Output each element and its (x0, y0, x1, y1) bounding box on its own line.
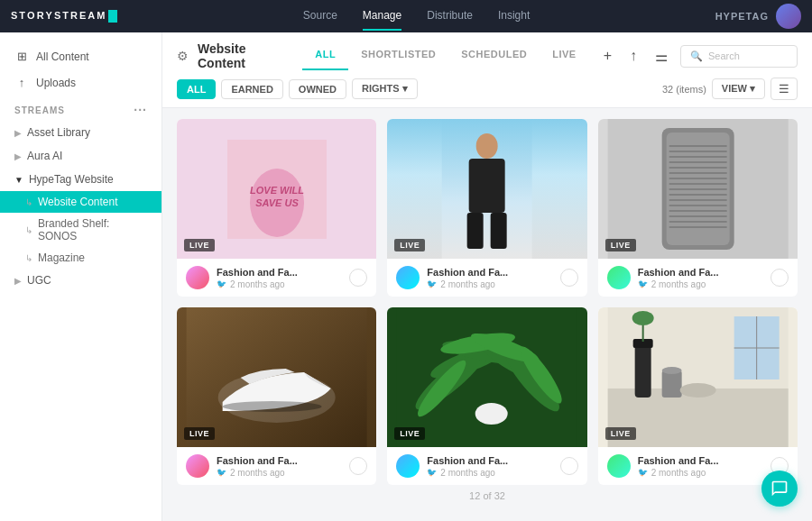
sidebar-asset-library-label: Asset Library (27, 126, 90, 139)
grid-card-4[interactable]: LIVE Fashion and Fa... 🐦 2 months ago (177, 307, 376, 485)
chat-icon (770, 480, 789, 498)
filter-owned-button[interactable]: OWNED (289, 79, 346, 99)
arrow-down-icon: ▼ (14, 175, 23, 185)
card-thumbnail-6 (598, 307, 798, 447)
arrow-icon: ▶ (14, 128, 22, 138)
nav-insight[interactable]: Insight (498, 2, 530, 31)
card-avatar-3 (607, 266, 631, 289)
card-thumbnail-1: LOVE WILL SAVE US (177, 119, 376, 259)
filter-all-button[interactable]: ALL (177, 79, 216, 99)
sidebar-item-all-content[interactable]: ⊞ All Content (0, 43, 161, 69)
tab-scheduled[interactable]: SCHEDULED (448, 41, 540, 70)
sidebar-branded-shelf-label: Branded Shelf: SONOS (38, 217, 147, 242)
card-info-1: Fashion and Fa... 🐦 2 months ago (217, 267, 342, 289)
settings-icon: ⚙ (177, 49, 189, 63)
collapse-button[interactable]: ☰ (770, 78, 798, 100)
link-icon: ↳ (25, 253, 32, 263)
streams-options[interactable]: ··· (134, 103, 147, 117)
grid-icon: ⊞ (14, 50, 29, 63)
card-avatar-6 (607, 454, 631, 478)
pagination-label: 12 of 32 (469, 490, 505, 501)
nav-source[interactable]: Source (303, 2, 337, 31)
card-time-6: 2 months ago (651, 468, 706, 478)
card-time-1: 2 months ago (230, 279, 285, 289)
card-sub-4: 🐦 2 months ago (217, 468, 342, 478)
tab-shortlisted[interactable]: SHORTLISTED (348, 41, 448, 70)
account-label: HYPETAG (715, 11, 769, 22)
chat-bubble-button[interactable] (761, 471, 798, 507)
svg-rect-51 (661, 370, 681, 398)
sidebar-item-asset-library[interactable]: ▶ Asset Library (0, 121, 161, 144)
filter-bar: ALL EARNED OWNED RIGHTS ▾ 32 (items) VIE… (177, 70, 798, 107)
grid-card-6[interactable]: LIVE Fashion and Fa... 🐦 2 months ago (598, 307, 798, 485)
tab-all[interactable]: ALL (302, 41, 348, 70)
card-title-2: Fashion and Fa... (427, 267, 552, 278)
twitter-icon-5: 🐦 (427, 468, 437, 477)
card-thumbnail-5 (387, 307, 586, 447)
nav-manage[interactable]: Manage (363, 2, 401, 31)
sidebar-item-ugc[interactable]: ▶ UGC (0, 269, 161, 292)
card-meta-5: Fashion and Fa... 🐦 2 months ago (387, 447, 586, 485)
card-meta-2: Fashion and Fa... 🐦 2 months ago (387, 259, 586, 297)
add-content-button[interactable]: + (598, 44, 617, 68)
nav-distribute[interactable]: Distribute (427, 2, 473, 31)
header-actions: + ↑ ⚌ 🔍 Search (598, 44, 798, 69)
sidebar-item-branded-shelf[interactable]: ↳ Branded Shelf: SONOS (0, 213, 161, 247)
card-image-5: LIVE (387, 307, 586, 447)
svg-point-53 (679, 383, 715, 398)
header-tabs: ALL SHORTLISTED SCHEDULED LIVE (302, 41, 588, 70)
live-badge-6: LIVE (605, 427, 636, 440)
filter-rights-button[interactable]: RIGHTS ▾ (352, 78, 418, 99)
card-thumbnail-3 (598, 119, 798, 259)
card-image-4: LIVE (177, 307, 376, 447)
card-info-6: Fashion and Fa... 🐦 2 months ago (638, 455, 763, 478)
card-checkbox-1[interactable] (349, 269, 367, 287)
card-time-3: 2 months ago (651, 279, 706, 289)
search-input[interactable]: 🔍 Search (680, 45, 798, 68)
upload-icon: ↑ (14, 76, 29, 89)
grid-card-2[interactable]: LIVE Fashion and Fa... 🐦 2 months ago (387, 119, 586, 297)
arrow-icon: ▶ (14, 151, 22, 161)
upload-button[interactable]: ↑ (624, 44, 642, 68)
card-thumbnail-2 (387, 119, 586, 259)
svg-point-50 (632, 311, 653, 325)
card-checkbox-4[interactable] (349, 457, 367, 475)
sidebar-item-uploads[interactable]: ↑ Uploads (0, 69, 161, 96)
card-meta-3: Fashion and Fa... 🐦 2 months ago (598, 259, 798, 297)
avatar[interactable] (776, 4, 801, 29)
search-icon: 🔍 (690, 50, 703, 62)
grid-card-1[interactable]: LOVE WILL SAVE US LIVE Fashion and Fa...… (177, 119, 376, 297)
nav-links: Source Manage Distribute Insight (303, 2, 530, 31)
svg-point-30 (223, 401, 322, 412)
card-image-2: LIVE (387, 119, 586, 259)
card-time-5: 2 months ago (440, 468, 495, 478)
card-sub-1: 🐦 2 months ago (217, 279, 342, 289)
items-count: 32 (items) (662, 84, 706, 95)
card-checkbox-3[interactable] (770, 269, 789, 287)
twitter-icon-4: 🐦 (217, 468, 226, 477)
grid-card-3[interactable]: LIVE Fashion and Fa... 🐦 2 months ago (598, 119, 798, 297)
sidebar-uploads-label: Uploads (36, 77, 76, 89)
sidebar-all-content-label: All Content (36, 50, 89, 63)
sidebar-item-website-content[interactable]: ↳ Website Content (0, 191, 161, 213)
card-title-5: Fashion and Fa... (427, 455, 552, 466)
card-checkbox-5[interactable] (560, 457, 578, 475)
tab-live[interactable]: LIVE (540, 41, 588, 70)
sidebar-hypetag-website-label: HypeTag Website (29, 173, 114, 186)
sidebar-item-aura-ai[interactable]: ▶ Aura AI (0, 144, 161, 168)
twitter-icon-6: 🐦 (638, 468, 648, 477)
streams-header: STREAMS ··· (0, 96, 161, 121)
sidebar-item-magazine[interactable]: ↳ Magazine (0, 247, 161, 269)
top-nav: S T O R Y S T R E A M Source Manage Dist… (0, 0, 812, 32)
twitter-icon-3: 🐦 (638, 279, 648, 288)
sidebar-item-hypetag-website[interactable]: ▼ HypeTag Website (0, 168, 161, 191)
card-checkbox-2[interactable] (560, 269, 578, 287)
grid-card-5[interactable]: LIVE Fashion and Fa... 🐦 2 months ago (387, 307, 586, 485)
filter-earned-button[interactable]: EARNED (221, 79, 282, 99)
sidebar-aura-ai-label: Aura AI (27, 150, 62, 162)
settings-button[interactable]: ⚌ (650, 44, 673, 69)
svg-rect-7 (467, 213, 484, 249)
card-meta-1: Fashion and Fa... 🐦 2 months ago (177, 259, 376, 297)
view-button[interactable]: VIEW ▾ (712, 78, 765, 99)
svg-text:SAVE US: SAVE US (255, 197, 299, 208)
